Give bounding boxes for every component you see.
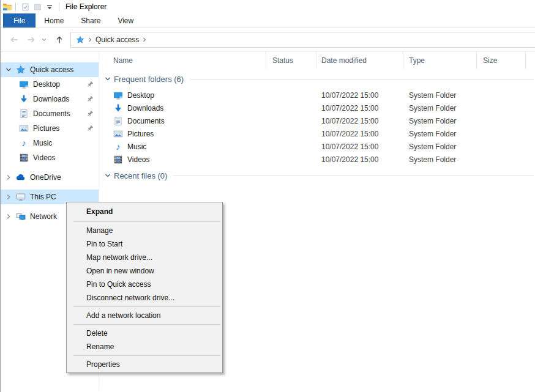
column-header-status[interactable]: Status bbox=[266, 51, 316, 69]
pictures-icon bbox=[19, 124, 29, 133]
videos-icon bbox=[19, 153, 29, 163]
menu-item-pin-to-quick-access[interactable]: Pin to Quick access bbox=[67, 278, 222, 291]
menu-item-open-in-new-window[interactable]: Open in new window bbox=[67, 264, 222, 278]
menu-item-rename[interactable]: Rename bbox=[67, 340, 222, 353]
desktop-icon bbox=[19, 80, 29, 89]
chevron-right-icon[interactable] bbox=[5, 213, 12, 220]
downloads-icon bbox=[19, 94, 29, 104]
chevron-down-icon[interactable] bbox=[104, 172, 111, 179]
chevron-right-icon[interactable] bbox=[87, 37, 93, 43]
window-title: File Explorer bbox=[65, 2, 107, 11]
sidebar-group-gap bbox=[1, 165, 99, 170]
back-icon[interactable] bbox=[9, 35, 19, 45]
menu-item-map-network-drive[interactable]: Map network drive... bbox=[67, 251, 222, 264]
tab-share[interactable]: Share bbox=[72, 13, 109, 28]
pictures-icon bbox=[113, 129, 123, 139]
menu-item-manage[interactable]: Manage bbox=[67, 224, 222, 237]
sidebar-item-pictures[interactable]: Pictures bbox=[1, 121, 99, 136]
menu-separator bbox=[73, 221, 220, 222]
music-icon: ♪ bbox=[113, 142, 123, 152]
sidebar-item-quick-access[interactable]: Quick access bbox=[1, 62, 99, 77]
onedrive-cloud-icon bbox=[16, 172, 26, 182]
titlebar-divider bbox=[59, 2, 59, 11]
sidebar-item-onedrive[interactable]: OneDrive bbox=[1, 170, 99, 185]
sidebar-group-gap bbox=[1, 185, 99, 190]
up-icon[interactable] bbox=[54, 35, 64, 45]
pin-icon[interactable] bbox=[86, 110, 94, 117]
context-menu: Expand Manage Pin to Start Map network d… bbox=[66, 202, 223, 373]
menu-separator bbox=[73, 324, 220, 325]
music-icon: ♪ bbox=[19, 138, 29, 148]
navigation-bar: Quick access bbox=[1, 28, 535, 51]
file-row-music[interactable]: ♪Music 10/07/2022 15:00 System Folder bbox=[99, 140, 535, 153]
chevron-down-icon[interactable] bbox=[5, 66, 12, 73]
forward-icon[interactable] bbox=[26, 35, 36, 45]
column-header-name[interactable]: Name bbox=[99, 51, 266, 69]
sidebar-item-music[interactable]: ♪ Music bbox=[1, 136, 99, 150]
pin-icon[interactable] bbox=[86, 95, 94, 103]
recent-locations-chevron-icon[interactable] bbox=[41, 37, 47, 43]
file-row-pictures[interactable]: Pictures 10/07/2022 15:00 System Folder bbox=[99, 127, 535, 140]
qat-dropdown-icon[interactable] bbox=[43, 1, 56, 12]
quick-access-star-icon bbox=[16, 65, 26, 75]
column-header-filler bbox=[526, 51, 535, 69]
network-icon bbox=[16, 212, 26, 221]
sidebar-item-downloads[interactable]: Downloads bbox=[1, 92, 99, 106]
chevron-right-icon[interactable] bbox=[5, 193, 12, 201]
group-header-line bbox=[173, 176, 534, 176]
sidebar-item-desktop[interactable]: Desktop bbox=[1, 77, 99, 92]
column-header-size[interactable]: Size bbox=[477, 51, 526, 69]
menu-separator bbox=[73, 355, 220, 356]
menu-item-properties[interactable]: Properties bbox=[67, 358, 222, 371]
file-row-documents[interactable]: Documents 10/07/2022 15:00 System Folder bbox=[99, 114, 535, 127]
titlebar-divider bbox=[15, 2, 16, 11]
menu-item-pin-to-start[interactable]: Pin to Start bbox=[67, 237, 222, 251]
sidebar-item-videos[interactable]: Videos bbox=[1, 150, 99, 165]
tab-file[interactable]: File bbox=[3, 13, 36, 28]
file-row-desktop[interactable]: Desktop 10/07/2022 15:00 System Folder bbox=[99, 89, 535, 102]
file-row-videos[interactable]: Videos 10/07/2022 15:00 System Folder bbox=[99, 153, 535, 166]
column-headers: Name Status Date modified Type Size bbox=[99, 51, 535, 69]
sidebar-item-documents[interactable]: Documents bbox=[1, 106, 99, 121]
app-folder-icon bbox=[2, 2, 12, 12]
file-row-downloads[interactable]: Downloads 10/07/2022 15:00 System Folder bbox=[99, 102, 535, 114]
desktop-icon bbox=[113, 91, 123, 100]
menu-item-disconnect-network-drive[interactable]: Disconnect network drive... bbox=[67, 291, 222, 305]
group-header-recent-files[interactable]: Recent files (0) bbox=[99, 168, 535, 183]
file-explorer-window: File Explorer File Home Share View Quick… bbox=[0, 0, 535, 392]
menu-item-delete[interactable]: Delete bbox=[67, 327, 222, 340]
column-header-type[interactable]: Type bbox=[403, 51, 477, 69]
pin-icon[interactable] bbox=[86, 81, 94, 88]
chevron-right-icon[interactable] bbox=[5, 174, 12, 181]
breadcrumb-quick-access[interactable]: Quick access bbox=[95, 35, 139, 44]
address-bar[interactable]: Quick access bbox=[70, 32, 535, 48]
documents-icon bbox=[113, 116, 123, 126]
chevron-down-icon[interactable] bbox=[104, 75, 111, 83]
column-header-date-modified[interactable]: Date modified bbox=[316, 51, 403, 69]
documents-icon bbox=[19, 109, 29, 119]
videos-icon bbox=[113, 155, 123, 165]
downloads-icon bbox=[113, 103, 123, 113]
group-header-line bbox=[190, 79, 534, 80]
tab-view[interactable]: View bbox=[109, 13, 142, 28]
ribbon-tabs: File Home Share View bbox=[1, 13, 535, 28]
tab-home[interactable]: Home bbox=[36, 13, 72, 28]
menu-item-expand[interactable]: Expand bbox=[67, 204, 222, 220]
properties-icon[interactable] bbox=[19, 1, 31, 12]
new-folder-icon[interactable] bbox=[31, 1, 43, 12]
menu-separator bbox=[73, 306, 220, 307]
group-header-frequent-folders[interactable]: Frequent folders (6) bbox=[99, 72, 535, 86]
pin-icon[interactable] bbox=[86, 125, 94, 132]
this-pc-icon bbox=[16, 192, 26, 202]
titlebar: File Explorer bbox=[1, 0, 535, 13]
menu-item-add-a-network-location[interactable]: Add a network location bbox=[67, 309, 222, 322]
quick-access-star-icon bbox=[76, 35, 84, 44]
chevron-right-icon[interactable] bbox=[141, 37, 148, 43]
